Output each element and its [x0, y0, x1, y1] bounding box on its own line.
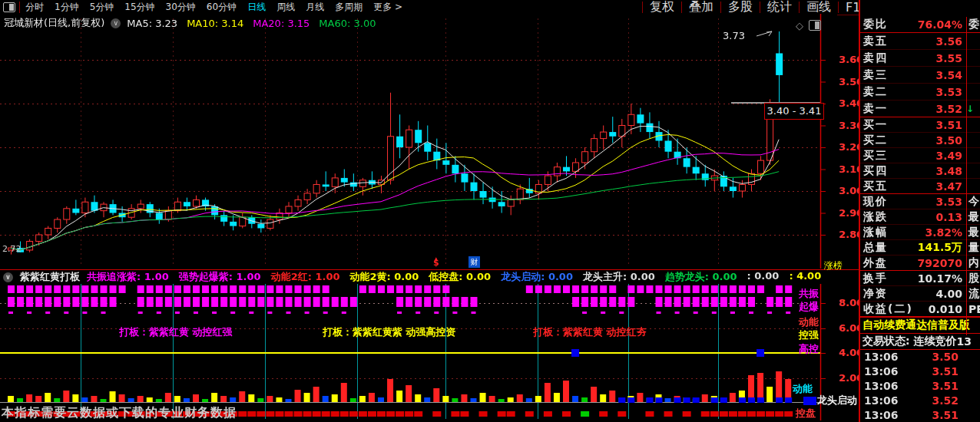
stat-row-6-value: 4.00: [935, 288, 962, 300]
stat-row-4-col2: 内: [968, 256, 979, 270]
toolbar-button-2[interactable]: 多股: [721, 0, 760, 15]
stat-row-3: 总量141.5万量: [860, 240, 980, 256]
bid-row-3-label: 买三: [863, 149, 888, 163]
ask-row-2-value: 3.53: [935, 86, 962, 98]
indicator-row-label: 共振: [799, 287, 819, 301]
bid-row-4: 买四3.48: [860, 163, 980, 179]
indicator-param-3: 动能2黄: 0.00: [349, 270, 419, 284]
indicator-row-label: 控盘: [796, 407, 816, 420]
ask-row-1-label: 卖一: [863, 102, 888, 116]
bid-row-4-label: 买四: [863, 164, 888, 178]
signal-annotation-0: 打板：紫紫红黄 动控红强: [119, 325, 233, 339]
bid-row-3-value: 3.49: [935, 150, 962, 162]
bid-row-5: 买五3.47: [860, 179, 980, 194]
tick-time: 13:06: [860, 409, 899, 421]
diamond-icon[interactable]: ◇: [796, 20, 803, 31]
indicator-row-label: 起爆: [799, 300, 819, 314]
tick-time: 13:06: [860, 380, 899, 392]
period-tab-0[interactable]: 分时: [20, 1, 49, 14]
ask-row-4-value: 3.55: [935, 52, 962, 64]
ask-row-2-label: 卖二: [863, 85, 888, 99]
finance-report-marker-icon[interactable]: 财: [468, 256, 480, 268]
tick-row-0: 13:063.50: [860, 350, 980, 364]
chevron-down-icon[interactable]: [111, 18, 121, 28]
stat-row-0-label: 现价: [863, 195, 888, 209]
stat-row-2: 涨幅3.82%最: [860, 225, 980, 240]
period-tab-3[interactable]: 15分钟: [119, 1, 160, 14]
ask-row-4-label: 卖四: [863, 51, 888, 65]
period-tab-2[interactable]: 5分钟: [84, 1, 120, 14]
ask-row-5-value: 3.56: [935, 35, 962, 48]
period-tab-4[interactable]: 30分钟: [161, 1, 201, 14]
period-tab-10[interactable]: 更多 >: [368, 1, 408, 14]
period-tab-5[interactable]: 60分钟: [201, 1, 242, 14]
ask-row-2: 卖二3.53: [860, 84, 980, 101]
stat-row-1-col2: 最: [968, 210, 979, 224]
dividend-marker-icon[interactable]: ▲ $: [433, 256, 439, 265]
weibi-row-col2: 委: [968, 18, 979, 31]
layout-icon[interactable]: [3, 2, 15, 12]
bid-row-1-value: 3.51: [935, 119, 962, 131]
period-low-label: 2.72: [2, 244, 22, 254]
chart-title: 冠城新材(日线,前复权): [4, 16, 104, 30]
candlestick-canvas[interactable]: [0, 14, 837, 269]
stat-row-3-label: 总量: [863, 241, 888, 255]
toolbar-button-4[interactable]: 画线: [800, 0, 838, 15]
stat-row-1-value: 0.13: [935, 211, 962, 223]
toolbar-button-1[interactable]: 叠加: [682, 0, 720, 15]
stat-row-1: 涨跌0.13最: [860, 209, 980, 225]
tick-time: 13:06: [860, 394, 899, 407]
stat-row-0-col2: 今: [968, 195, 979, 209]
period-tab-7[interactable]: 周线: [271, 1, 300, 14]
tick-price: 3.51: [932, 380, 958, 392]
indicator-row-label: 动能: [799, 315, 819, 329]
indicator-param-6: 龙头主升: 0.00: [583, 270, 655, 284]
indicator-canvas[interactable]: [0, 284, 837, 420]
ma-label-1: MA10: 3.14: [187, 18, 243, 29]
period-tab-8[interactable]: 月线: [300, 1, 329, 14]
dollar-glyph: $: [433, 261, 439, 265]
ask-row-1: 卖一3.52↓: [860, 101, 980, 117]
stat-row-4-label: 外盘: [863, 256, 888, 270]
period-tab-1[interactable]: 1分钟: [49, 1, 84, 14]
stat-row-2-value: 3.82%: [925, 226, 962, 239]
period-tab-9[interactable]: 多周期: [329, 1, 368, 14]
tick-row-3: 13:063.52: [860, 393, 980, 407]
period-tab-6[interactable]: 日线: [242, 1, 271, 14]
ma-legend: MA5: 3.23MA10: 3.14MA20: 3.15MA60: 3.00: [127, 18, 376, 29]
stat-row-7-value: 0.010: [929, 303, 962, 315]
tick-list[interactable]: 13:063.5013:063.5113:063.5113:063.5213:0…: [860, 350, 980, 422]
trading-status-row: 交易状态: 连续竞价 13: [860, 334, 980, 350]
ma-label-0: MA5: 3.23: [127, 18, 177, 29]
stat-row-7: 收益(二)0.010PE: [860, 302, 980, 317]
chevron-down-icon[interactable]: [3, 272, 13, 282]
tick-price: 3.50: [932, 351, 958, 363]
chart-title-row: 冠城新材(日线,前复权) MA5: 3.23MA10: 3.14MA20: 3.…: [4, 16, 376, 30]
bid-row-4-value: 3.48: [935, 165, 962, 177]
bid-row-5-value: 3.47: [935, 180, 962, 193]
stat-row-3-col2: 量: [968, 241, 979, 255]
indicator-param-4: 低控盘: 0.00: [429, 270, 491, 284]
ask-row-3: 卖三3.54: [860, 67, 980, 84]
period-tabs: 分时1分钟5分钟15分钟30分钟60分钟日线周线月线多周期更多 >: [20, 1, 408, 14]
indicator-name: 紫紫红黄打板: [20, 270, 80, 284]
stat-row-2-col2: 最: [968, 226, 979, 239]
renewal-ad-link[interactable]: 自动续费通达信普及版: [860, 317, 980, 334]
ask-row-3-label: 卖三: [863, 68, 888, 82]
toolbar-button-0[interactable]: 复权: [643, 0, 681, 15]
tick-time: 13:06: [860, 365, 899, 377]
stat-row-3-value: 141.5万: [918, 241, 962, 255]
stat-row-0-value: 3.53: [935, 196, 962, 208]
ma-label-2: MA20: 3.15: [253, 18, 310, 29]
toolbar-button-3[interactable]: 统计: [760, 0, 799, 15]
ask-row-5-label: 卖五: [863, 35, 888, 48]
signal-annotation-2: 打板：紫紫红黄 动控红夯: [533, 325, 647, 339]
stat-row-2-label: 涨幅: [863, 226, 888, 239]
weibi-row: 委比76.04%委: [860, 17, 980, 33]
stat-row-4: 外盘792070内: [860, 256, 980, 271]
status-label: 交易状态:: [862, 335, 910, 348]
tick-price: 3.51: [932, 409, 958, 421]
tick-row-1: 13:063.51: [860, 364, 980, 379]
down-arrow-icon: ↓: [966, 104, 974, 114]
maximize-pane-icon[interactable]: [809, 19, 821, 34]
